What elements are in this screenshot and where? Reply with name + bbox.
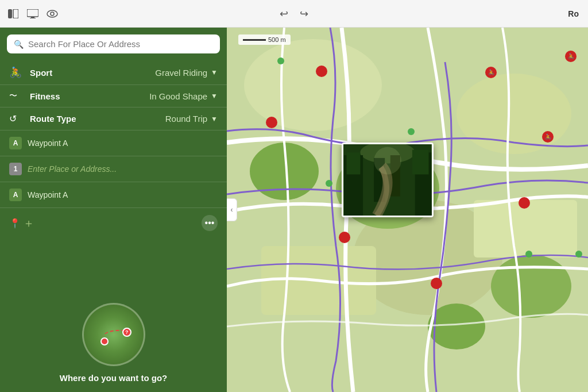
monitor-icon[interactable] [26,7,39,20]
map-icon-bike-2: 🚴 [565,51,577,62]
route-type-icon: ↺ [9,113,25,124]
sport-label: Sport [30,68,155,78]
svg-point-25 [374,147,401,175]
sport-icon: 🚴 [9,66,25,79]
route-type-value: Round Trip [165,114,207,124]
map-waypoint-green-3 [326,180,332,187]
waypoint-text-0: Waypoint A [28,139,68,148]
waypoint-badge-a1: A [9,137,22,149]
scale-label: 500 m [268,36,286,43]
map-icon-bike-1: 🚴 [485,67,497,78]
svg-point-5 [47,10,57,17]
route-end-dot: ? [122,328,131,337]
map-icon-red-5 [431,278,442,289]
waypoint-badge-1: 1 [9,163,22,175]
undo-redo-controls: ↩ ↪ [280,7,308,20]
route-preview-circle: ? [82,303,145,366]
map-waypoint-green-4 [525,251,532,258]
svg-rect-12 [474,200,577,258]
svg-point-6 [51,12,54,16]
pin-icon: 📍 [9,218,21,229]
trail-photo-overlay [342,143,434,217]
svg-rect-22 [412,150,429,175]
waypoint-text-1: Enter Place or Address... [28,164,117,174]
fitness-label: Fitness [30,91,149,101]
map-icon-red-1 [316,66,327,77]
fitness-chevron-icon: ▼ [211,92,218,100]
svg-rect-4 [30,18,36,18]
sport-value: Gravel Riding [155,68,207,78]
waypoint-badge-a2: A [9,189,22,201]
waypoint-row-0[interactable]: A Waypoint A [0,130,227,156]
search-bar[interactable]: 🔍 [7,34,220,53]
sidebar-map-preview: ? Where do you want to go? [0,291,227,392]
add-waypoint-button[interactable]: ＋ [23,216,34,231]
search-icon: 🔍 [14,40,24,49]
route-type-label: Route Type [30,114,165,124]
svg-rect-1 [13,9,18,18]
svg-point-15 [491,255,571,318]
main-content: 🔍 🚴 Sport Gravel Riding ▼ 〜 Fitness In G… [0,28,588,392]
route-type-option-row[interactable]: ↺ Route Type Round Trip ▼ [0,107,227,130]
svg-rect-0 [8,9,12,18]
map-area[interactable]: 🚴 🚴 🚴 500 m [227,28,588,392]
undo-button[interactable]: ↩ [280,7,288,20]
waypoint-row-2[interactable]: A Waypoint A [0,182,227,208]
fitness-icon: 〜 [9,91,25,101]
sidebar-toggle-icon[interactable] [7,7,20,20]
scale-bar: 500 m [238,34,291,45]
route-type-chevron-icon: ▼ [211,115,218,123]
svg-rect-3 [31,17,34,18]
top-bar: ↩ ↪ Ro [0,0,588,28]
search-input[interactable] [28,39,213,49]
map-waypoint-green-2 [408,128,415,135]
map-icon-red-3 [339,232,350,243]
svg-rect-20 [346,152,360,174]
more-options-button[interactable]: ••• [202,215,218,231]
sidebar-collapse-button[interactable]: ‹ [227,198,237,221]
map-waypoint-green-5 [575,251,582,258]
waypoint-text-2: Waypoint A [28,190,68,199]
sport-option-row[interactable]: 🚴 Sport Gravel Riding ▼ [0,60,227,85]
svg-point-8 [244,39,382,131]
eye-icon[interactable] [46,7,59,20]
sport-chevron-icon: ▼ [211,68,218,76]
top-bar-right-label: Ro [568,0,588,28]
sidebar: 🔍 🚴 Sport Gravel Riding ▼ 〜 Fitness In G… [0,28,227,392]
preview-label: Where do you want to go? [60,373,168,383]
route-start-dot [100,337,109,345]
map-icon-red-4 [519,197,530,209]
svg-rect-2 [27,9,38,17]
map-icon-bike-3: 🚴 [542,131,554,143]
waypoint-row-1[interactable]: 1 Enter Place or Address... [0,156,227,182]
sidebar-action-row: 📍 ＋ ••• [0,210,227,236]
map-icon-red-2 [266,117,277,128]
toolbar-icons [7,7,59,20]
scale-line [243,39,266,41]
redo-button[interactable]: ↪ [300,7,308,20]
fitness-option-row[interactable]: 〜 Fitness In Good Shape ▼ [0,85,227,107]
trail-photo [343,144,432,216]
map-waypoint-green-1 [277,57,284,64]
fitness-value: In Good Shape [149,91,207,101]
